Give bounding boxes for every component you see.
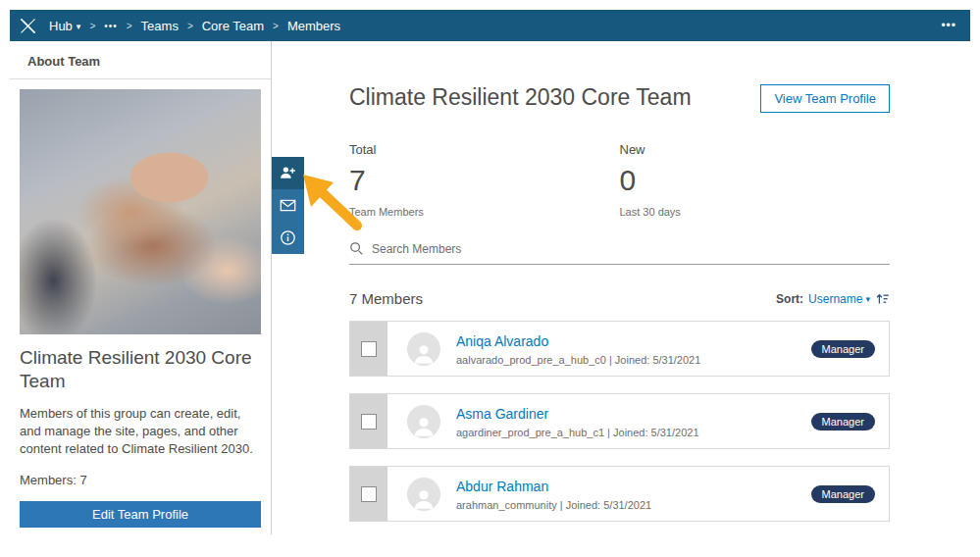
edit-team-profile-button[interactable]: Edit Team Profile — [20, 501, 261, 528]
envelope-icon — [280, 197, 296, 214]
stat-new-sublabel: Last 30 days — [620, 206, 891, 218]
member-info: Abdur Rahman arahman_community | Joined:… — [456, 478, 651, 511]
member-row: Aniqa Alvarado aalvarado_prod_pre_a_hub_… — [349, 321, 890, 377]
sort-field-dropdown[interactable]: Username ▾ — [808, 292, 870, 306]
sidebar-team-title: Climate Resilient 2030 Core Team — [20, 346, 261, 393]
add-member-button[interactable] — [272, 157, 304, 189]
stat-new-value: 0 — [620, 164, 891, 197]
sort-field-value: Username — [808, 292, 862, 306]
breadcrumb-separator: > — [127, 21, 132, 31]
member-info: Aniqa Alvarado aalvarado_prod_pre_a_hub_… — [456, 332, 700, 366]
breadcrumb-teams[interactable]: Teams — [141, 19, 179, 33]
person-silhouette-icon — [411, 485, 437, 511]
chevron-down-icon: ▾ — [865, 294, 870, 304]
search-icon — [349, 241, 364, 256]
stat-new-label: New — [620, 142, 891, 157]
info-circle-icon — [280, 229, 296, 246]
x-logo-icon — [20, 18, 36, 34]
stat-total-sublabel: Team Members — [349, 206, 620, 218]
role-badge: Manager — [811, 413, 875, 430]
member-info: Asma Gardiner agardiner_prod_pre_a_hub_c… — [456, 405, 699, 438]
row-checkbox[interactable] — [361, 414, 377, 430]
top-nav: Hub ▾ > ••• > Teams > Core Team > Member… — [10, 10, 970, 41]
stat-total-value: 7 — [349, 164, 620, 197]
breadcrumb-members-current: Members — [287, 19, 340, 33]
breadcrumb-separator: > — [89, 21, 95, 31]
sidebar-section-title: About Team — [10, 41, 271, 78]
sidebar-divider — [10, 78, 271, 79]
sort-direction-button[interactable] — [875, 291, 890, 306]
members-count: 7 Members — [349, 290, 423, 307]
title-row: Climate Resilient 2030 Core Team View Te… — [349, 84, 890, 113]
row-checkbox[interactable] — [361, 341, 377, 357]
stat-new: New 0 Last 30 days — [620, 142, 891, 218]
sort-control: Sort: Username ▾ — [776, 291, 890, 306]
page-body: About Team Climate Resilient 2030 Core T… — [10, 41, 970, 534]
add-member-icon — [280, 165, 296, 181]
members-panel: Climate Resilient 2030 Core Team View Te… — [272, 41, 970, 534]
member-row: Asma Gardiner agardiner_prod_pre_a_hub_c… — [349, 393, 890, 449]
overflow-menu-icon[interactable]: ••• — [941, 19, 956, 32]
sort-label: Sort: — [776, 292, 803, 306]
breadcrumb-hub-menu[interactable]: Hub ▾ — [49, 19, 80, 33]
member-name-link[interactable]: Aniqa Alvarado — [456, 333, 548, 349]
member-search — [349, 241, 890, 265]
sort-ascending-icon — [875, 291, 890, 306]
stat-total-label: Total — [349, 142, 620, 157]
search-members-input[interactable] — [372, 242, 890, 256]
member-stats: Total 7 Team Members New 0 Last 30 days — [349, 142, 890, 218]
row-select-strip — [350, 467, 387, 521]
row-select-strip — [350, 322, 387, 376]
breadcrumb-separator: > — [187, 21, 193, 31]
avatar — [407, 405, 440, 438]
breadcrumb-collapsed-ellipsis[interactable]: ••• — [104, 21, 118, 31]
about-team-sidebar: About Team Climate Resilient 2030 Core T… — [10, 41, 272, 534]
x-logo[interactable] — [20, 18, 36, 34]
avatar — [407, 478, 440, 511]
member-meta: arahman_community | Joined: 5/31/2021 — [456, 499, 651, 511]
member-row: Abdur Rahman arahman_community | Joined:… — [349, 466, 890, 522]
view-team-profile-button[interactable]: View Team Profile — [760, 84, 890, 113]
chevron-down-icon: ▾ — [77, 22, 81, 31]
role-badge: Manager — [811, 340, 875, 358]
role-badge: Manager — [811, 485, 875, 503]
team-info-button[interactable] — [272, 222, 304, 254]
avatar — [407, 332, 440, 366]
member-meta: aalvarado_prod_pre_a_hub_c0 | Joined: 5/… — [456, 354, 700, 366]
member-meta: agardiner_prod_pre_a_hub_c1 | Joined: 5/… — [456, 427, 699, 438]
breadcrumb-hub-label: Hub — [49, 19, 73, 33]
row-select-strip — [350, 394, 387, 448]
team-action-rail — [272, 157, 304, 254]
breadcrumb-core-team[interactable]: Core Team — [202, 19, 264, 33]
row-checkbox[interactable] — [361, 486, 377, 502]
person-silhouette-icon — [411, 340, 437, 366]
email-members-button[interactable] — [272, 189, 304, 222]
member-list-header: 7 Members Sort: Username ▾ — [349, 290, 890, 307]
sidebar-team-description: Members of this group can create, edit, … — [20, 405, 261, 459]
breadcrumb-separator: > — [273, 21, 279, 31]
page-title: Climate Resilient 2030 Core Team — [349, 84, 692, 111]
person-silhouette-icon — [411, 413, 437, 438]
sidebar-members-count: Members: 7 — [20, 473, 261, 487]
member-name-link[interactable]: Abdur Rahman — [456, 479, 548, 494]
stat-total: Total 7 Team Members — [349, 142, 620, 218]
hub-app-window: Hub ▾ > ••• > Teams > Core Team > Member… — [10, 10, 970, 534]
team-photo — [20, 89, 261, 334]
member-name-link[interactable]: Asma Gardiner — [456, 406, 548, 422]
